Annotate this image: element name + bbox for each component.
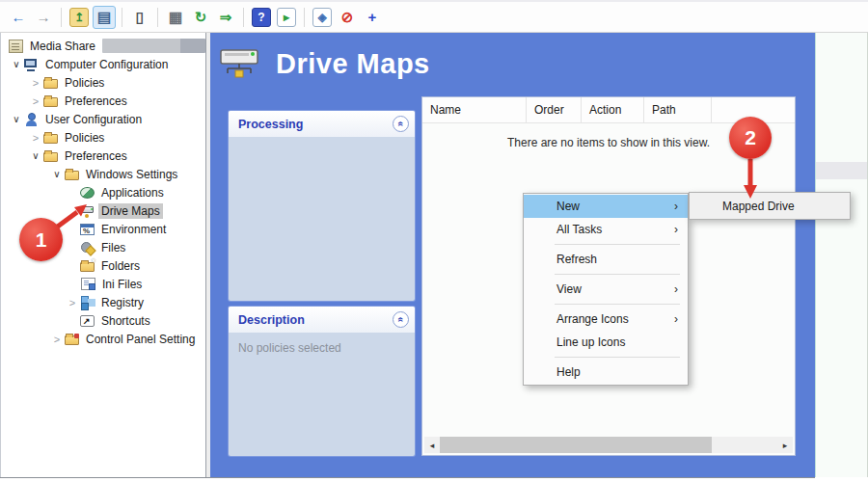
collapse-chevron-icon[interactable]: «	[393, 311, 409, 328]
folder-icon	[43, 152, 58, 162]
menu-separator	[555, 244, 680, 245]
tree-item-label: Computer Configuration	[42, 57, 171, 72]
tree-item-policies[interactable]: >Policies	[1, 73, 205, 92]
tree-item-label: Registry	[98, 295, 147, 310]
menu-separator	[555, 274, 680, 275]
add-icon[interactable]: +	[361, 6, 384, 29]
tree-item-label: Folders	[98, 258, 143, 274]
menu-item-label: All Tasks	[556, 223, 602, 236]
menu-item-label: Refresh	[556, 253, 597, 266]
scroll-left-icon[interactable]: ◂	[424, 437, 440, 453]
horizontal-scrollbar[interactable]: ◂ ▸	[424, 437, 793, 453]
menu-item-label: View	[556, 282, 582, 296]
help-icon[interactable]: ?	[252, 8, 271, 27]
menu-item-arrange-icons[interactable]: Arrange Icons›	[524, 308, 688, 331]
stop-icon[interactable]: ⊘	[336, 6, 359, 29]
menu-item-label: New	[556, 200, 580, 213]
page-header: Drive Maps	[218, 46, 430, 81]
collapse-chevron-icon[interactable]: «	[393, 116, 409, 132]
context-menu: New›All Tasks›RefreshView›Arrange Icons›…	[523, 193, 689, 386]
tree-item-label: Ini Files	[99, 277, 145, 292]
properties-icon[interactable]: ◈	[312, 8, 332, 27]
menu-item-all-tasks[interactable]: All Tasks›	[524, 218, 688, 241]
forward-icon[interactable]: →	[32, 6, 55, 29]
registry-icon	[80, 296, 95, 309]
menu-item-label: Line up Icons	[556, 335, 625, 349]
submenu-arrow-icon: ›	[674, 223, 678, 236]
tree-item-windows-settings[interactable]: ∨Windows Settings	[1, 165, 205, 183]
tree-item-label: Preferences	[62, 148, 130, 164]
back-icon[interactable]: ←	[7, 6, 30, 29]
tree-item-label: Windows Settings	[83, 167, 180, 182]
tree-item-policies[interactable]: >Policies	[1, 128, 205, 147]
tree-item-label: Shortcuts	[98, 313, 153, 329]
desktop-margin	[815, 33, 868, 477]
expand-arrow-icon[interactable]: ∨	[49, 170, 65, 179]
tree-item-label: Policies	[62, 130, 107, 146]
folder-icon	[43, 79, 58, 89]
column-header-path[interactable]: Path	[644, 97, 712, 122]
processing-panel-title: Processing	[238, 118, 303, 131]
console-tree-toggle-icon[interactable]: ▤	[93, 6, 116, 29]
tree-item-applications[interactable]: Applications	[1, 183, 205, 201]
menu-item-new[interactable]: New›	[524, 195, 688, 218]
menu-item-label: Arrange Icons	[556, 312, 629, 326]
folder-up-icon[interactable]: ↥	[69, 8, 89, 27]
drive-maps-icon	[218, 46, 262, 81]
tree-item-label: Files	[98, 240, 128, 255]
tree-item-registry[interactable]: >Registry	[1, 293, 205, 311]
tree-item-shortcuts[interactable]: Shortcuts	[1, 311, 205, 330]
tree-item-user-configuration[interactable]: ∨User Configuration	[1, 110, 205, 128]
column-header-name[interactable]: Name	[422, 97, 527, 122]
column-header-action[interactable]: Action	[582, 97, 644, 122]
tree-item-drive-maps[interactable]: Drive Maps	[1, 201, 205, 220]
tree-item-label: Policies	[62, 75, 107, 91]
expand-arrow-icon[interactable]: ∨	[28, 151, 43, 161]
scroll-right-icon[interactable]: ▸	[777, 437, 793, 453]
expand-arrow-icon[interactable]: >	[28, 78, 43, 88]
console-window-icon[interactable]: ▸	[277, 8, 296, 27]
menu-item-help[interactable]: Help	[524, 361, 688, 384]
expand-arrow-icon[interactable]: >	[28, 96, 43, 106]
expand-arrow-icon[interactable]: ∨	[9, 115, 24, 124]
tree-item-preferences[interactable]: >Preferences	[1, 92, 205, 110]
annotation-arrow-2	[739, 157, 762, 201]
tree-item-media-share[interactable]: Media Share	[1, 37, 205, 55]
export-list-icon[interactable]: ⇒	[214, 6, 237, 29]
scrollbar-thumb[interactable]	[440, 437, 712, 453]
menu-separator	[555, 304, 680, 305]
menu-item-view[interactable]: View›	[524, 278, 688, 301]
expand-arrow-icon[interactable]: ∨	[9, 60, 24, 69]
column-header-order[interactable]: Order	[527, 97, 582, 122]
description-panel: Description « No policies selected	[229, 307, 415, 456]
tree-item-label: Environment	[98, 222, 169, 237]
tree-item-label: Preferences	[62, 94, 130, 109]
description-panel-header: Description «	[229, 307, 415, 333]
menu-item-line-up-icons[interactable]: Line up Icons	[524, 331, 688, 354]
files-icon	[80, 241, 95, 254]
processing-panel-header: Processing «	[229, 111, 415, 137]
expand-arrow-icon[interactable]: >	[65, 298, 80, 308]
toolbar-separator	[304, 8, 305, 27]
toolbar: ←→↥▤▯▦↻⇒?▸◈⊘+	[0, 0, 868, 33]
annotation-step-1: 1	[19, 218, 63, 261]
tree-item-ini-files[interactable]: Ini Files	[1, 275, 205, 293]
expand-arrow-icon[interactable]: >	[28, 133, 43, 143]
folder-icon	[43, 97, 58, 107]
menu-item-label: Help	[556, 365, 581, 379]
toolbar-separator	[61, 8, 62, 27]
refresh-icon[interactable]: ↻	[189, 6, 212, 29]
tree-item-label: Control Panel Setting	[83, 332, 198, 347]
print-icon[interactable]: ▦	[164, 6, 187, 29]
background-window-edge	[816, 162, 867, 179]
processing-panel: Processing «	[229, 111, 415, 301]
expand-arrow-icon[interactable]: >	[49, 335, 65, 344]
tree-item-control-panel-setting[interactable]: >Control Panel Setting	[1, 330, 205, 348]
paste-icon[interactable]: ▯	[128, 6, 151, 29]
tree-item-computer-configuration[interactable]: ∨Computer Configuration	[1, 55, 205, 73]
tree-item-label: Applications	[98, 185, 167, 201]
tree-item-preferences[interactable]: ∨Preferences	[1, 147, 205, 165]
user-icon	[24, 113, 39, 126]
menu-item-refresh[interactable]: Refresh	[524, 248, 688, 271]
submenu-arrow-icon: ›	[674, 312, 678, 326]
